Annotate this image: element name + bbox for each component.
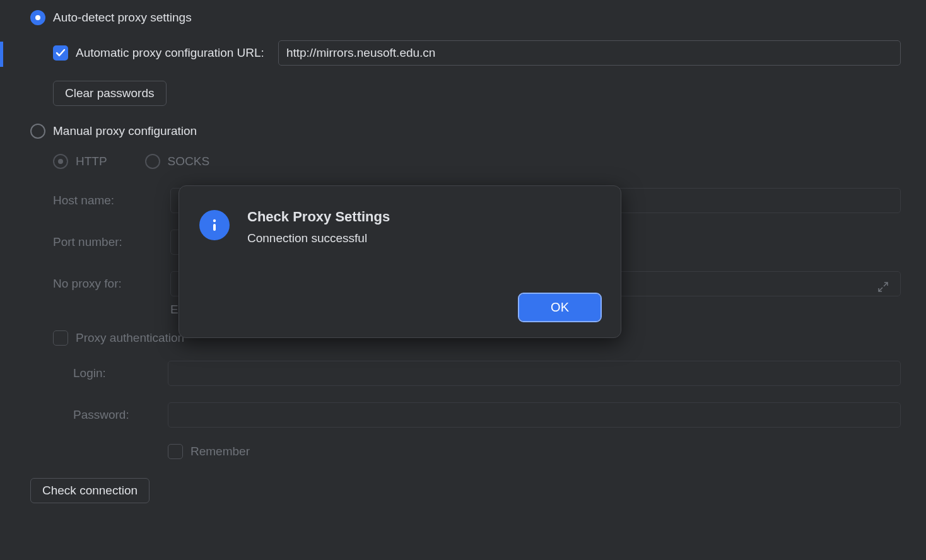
check-connection-row: Check connection: [30, 478, 901, 503]
proxy-auth-label: Proxy authentication: [76, 331, 184, 345]
auto-detect-row: Auto-detect proxy settings: [30, 10, 901, 25]
login-row: Login:: [73, 361, 901, 386]
proxy-auth-checkbox: [53, 330, 68, 346]
check-proxy-dialog: Check Proxy Settings Connection successf…: [179, 185, 621, 338]
socks-radio: [145, 154, 160, 169]
no-proxy-label: No proxy for:: [53, 277, 170, 291]
password-input: [168, 402, 901, 428]
svg-rect-1: [213, 224, 216, 231]
auto-config-url-row: Automatic proxy configuration URL:: [53, 40, 901, 66]
dialog-footer: OK: [199, 294, 601, 321]
selection-indicator: [0, 42, 3, 67]
manual-proxy-label: Manual proxy configuration: [53, 124, 197, 138]
auto-detect-label: Auto-detect proxy settings: [53, 11, 192, 25]
dialog-body: Check Proxy Settings Connection successf…: [199, 209, 601, 245]
login-input: [168, 361, 901, 386]
password-label: Password:: [73, 408, 168, 422]
dialog-text: Check Proxy Settings Connection successf…: [247, 209, 390, 245]
password-row: Password:: [73, 402, 901, 428]
auto-config-url-label: Automatic proxy configuration URL:: [76, 46, 264, 60]
remember-label: Remember: [190, 445, 250, 458]
clear-passwords-row: Clear passwords: [53, 81, 901, 106]
http-label: HTTP: [76, 155, 107, 168]
dialog-title: Check Proxy Settings: [247, 209, 390, 225]
host-name-label: Host name:: [53, 194, 170, 207]
auto-config-url-checkbox[interactable]: [53, 45, 68, 61]
svg-point-0: [213, 219, 216, 222]
dialog-message: Connection successful: [247, 231, 390, 245]
remember-checkbox: [168, 444, 183, 459]
socks-label: SOCKS: [168, 155, 210, 168]
remember-row: Remember: [168, 444, 901, 459]
example-text: E: [170, 303, 179, 317]
http-radio: [53, 154, 68, 169]
auto-config-url-input[interactable]: [278, 40, 901, 66]
clear-passwords-button[interactable]: Clear passwords: [53, 81, 167, 106]
info-icon: [199, 210, 230, 240]
login-label: Login:: [73, 366, 168, 380]
auto-detect-radio[interactable]: [30, 10, 45, 25]
protocol-row: HTTP SOCKS: [53, 154, 901, 169]
manual-proxy-radio[interactable]: [30, 124, 45, 139]
manual-proxy-row: Manual proxy configuration: [30, 124, 901, 139]
ok-button[interactable]: OK: [519, 294, 601, 321]
port-number-label: Port number:: [53, 235, 170, 249]
check-connection-button[interactable]: Check connection: [30, 478, 149, 503]
